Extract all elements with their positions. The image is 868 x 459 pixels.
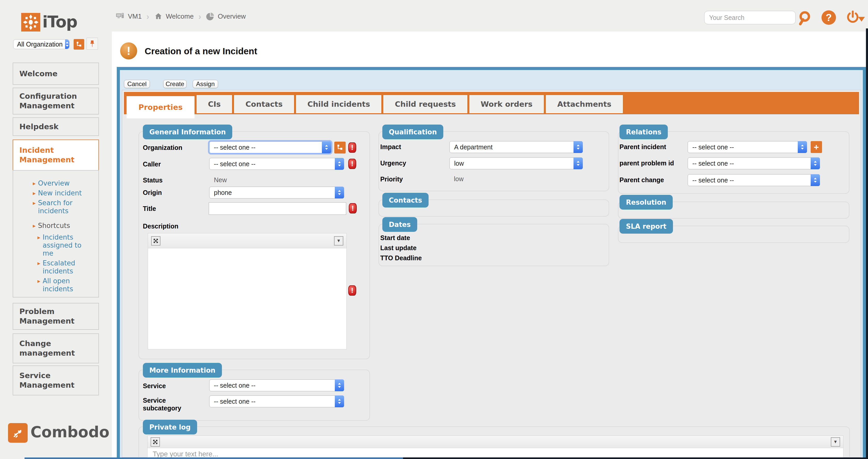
urgency-label: Urgency [380, 159, 406, 167]
select-stepper-icon [335, 379, 344, 391]
sidebar-item-incident-management[interactable]: Incident Management [13, 140, 99, 171]
title-label: Title [143, 205, 156, 212]
triangle-bullet-icon: ▸ [37, 259, 40, 275]
relations-header: Relations [619, 125, 668, 139]
parent-problem-select[interactable]: -- select one -- [688, 157, 820, 169]
tab-work-orders[interactable]: Work orders [469, 95, 544, 113]
sidebar-item-service-management[interactable]: Service Management [13, 365, 99, 395]
triangle-bullet-icon: ▸ [37, 234, 40, 257]
tab-child-incidents[interactable]: Child incidents [296, 95, 381, 113]
breadcrumb-item-overview[interactable]: Overview [218, 12, 246, 21]
sidebar: Welcome Configuration Management Helpdes… [0, 0, 112, 459]
toolbar-dropdown-icon[interactable]: ▼ [831, 437, 840, 447]
organization-select[interactable]: -- select one -- [209, 141, 331, 153]
tab-properties[interactable]: Properties [127, 96, 194, 118]
search-input[interactable] [704, 11, 796, 24]
window-bottom-edge-right [403, 457, 868, 459]
last-update-label: Last update [380, 244, 416, 252]
dates-header: Dates [382, 217, 417, 232]
select-stepper-icon [335, 187, 344, 198]
parent-incident-label: Parent incident [619, 143, 666, 151]
triangle-bullet-icon: ▸ [33, 189, 36, 197]
select-stepper-icon [322, 141, 331, 153]
combodo-logo-icon[interactable] [8, 423, 28, 443]
parent-incident-select[interactable]: -- select one -- [688, 141, 807, 153]
title-input[interactable] [209, 202, 346, 215]
submenu-item-new-incident[interactable]: ▸ New incident [33, 189, 96, 197]
sidebar-item-welcome[interactable]: Welcome [13, 63, 99, 85]
tab-strip: Properties CIs Contacts Child incidents … [124, 92, 859, 114]
tab-attachments[interactable]: Attachments [546, 95, 623, 113]
breadcrumb-separator: › [198, 11, 201, 22]
organization-hierarchy-button[interactable] [334, 142, 346, 154]
general-information-header: General Information [143, 125, 232, 139]
caller-label: Caller [143, 160, 161, 168]
caller-select[interactable]: -- select one -- [209, 158, 344, 170]
private-log-placeholder: Type your text here... [148, 448, 843, 458]
toolbar-dropdown-icon[interactable]: ▼ [334, 236, 343, 246]
organization-label: Organization [143, 144, 182, 151]
incident-exclamation-icon: ! [120, 42, 137, 59]
origin-select[interactable]: phone [209, 187, 344, 198]
private-log-toolbar: ▼ [148, 436, 843, 448]
tab-cis[interactable]: CIs [196, 95, 232, 113]
start-date-label: Start date [380, 234, 410, 242]
sla-report-header: SLA report [619, 219, 673, 234]
create-button[interactable]: Create [163, 80, 187, 88]
submenu-item-search-for-incidents[interactable]: ▸ Search for incidents [33, 199, 96, 215]
resolution-header: Resolution [619, 195, 673, 210]
service-subcategory-label: Service subcategory [143, 396, 200, 412]
impact-label: Impact [380, 143, 401, 151]
help-icon[interactable]: ? [822, 10, 836, 25]
service-select[interactable]: -- select one -- [209, 379, 344, 391]
organization-error-icon: ! [348, 143, 356, 153]
service-label: Service [143, 382, 166, 390]
maximize-icon[interactable] [151, 437, 160, 447]
triangle-bullet-icon: ▸ [37, 277, 40, 293]
select-stepper-icon [574, 157, 583, 169]
maximize-icon[interactable] [151, 236, 160, 246]
description-editor[interactable]: ▼ [148, 233, 347, 349]
assign-button[interactable]: Assign [193, 80, 218, 88]
caller-error-icon: ! [348, 159, 356, 169]
status-value: New [214, 176, 227, 184]
tab-contacts[interactable]: Contacts [234, 95, 294, 113]
select-stepper-icon [335, 158, 344, 170]
breadcrumb-item-vm1[interactable]: VM1 [128, 12, 142, 21]
breadcrumb-separator: › [146, 11, 149, 22]
sidebar-item-configuration-management[interactable]: Configuration Management [13, 88, 99, 115]
select-stepper-icon [798, 141, 807, 153]
submenu-item-incidents-assigned-to-me[interactable]: ▸ Incidents assigned to me [37, 234, 96, 257]
sidebar-item-change-management[interactable]: Change management [13, 333, 99, 363]
origin-label: Origin [143, 189, 162, 196]
submenu-item-escalated-incidents[interactable]: ▸ Escalated incidents [37, 259, 96, 275]
window-bottom-edge-left [25, 457, 403, 459]
breadcrumb-item-welcome[interactable]: Welcome [166, 12, 194, 21]
select-stepper-icon [574, 141, 583, 153]
hierarchy-icon [336, 144, 344, 151]
submenu-item-overview[interactable]: ▸ Overview [33, 179, 96, 187]
title-error-icon: ! [349, 203, 357, 213]
parent-change-select[interactable]: -- select one -- [688, 174, 820, 186]
impact-select[interactable]: A department [450, 141, 583, 153]
status-label: Status [143, 176, 162, 184]
tab-child-requests[interactable]: Child requests [383, 95, 467, 113]
page-title: Creation of a new Incident [145, 46, 257, 56]
sidebar-item-problem-management[interactable]: Problem Management [13, 303, 99, 330]
description-editor-toolbar: ▼ [148, 234, 346, 248]
priority-value: low [454, 175, 464, 183]
private-log-editor[interactable]: ▼ Type your text here... [147, 435, 843, 457]
service-subcategory-select[interactable]: -- select one -- [209, 395, 344, 407]
select-stepper-icon [811, 157, 820, 169]
description-error-icon: ! [348, 285, 356, 296]
qualification-header: Qualification [382, 125, 443, 139]
search-icon[interactable] [797, 9, 814, 26]
cancel-button[interactable]: Cancel [124, 80, 150, 88]
sidebar-item-helpdesk[interactable]: Helpdesk [13, 117, 99, 136]
add-parent-incident-button[interactable]: + [811, 141, 822, 153]
submenu-item-all-open-incidents[interactable]: ▸ All open incidents [37, 277, 96, 293]
chevron-down-icon[interactable] [858, 16, 865, 22]
submenu-item-shortcuts[interactable]: ▸ Shortcuts [33, 222, 96, 230]
urgency-select[interactable]: low [450, 157, 583, 169]
priority-label: Priority [380, 175, 403, 183]
